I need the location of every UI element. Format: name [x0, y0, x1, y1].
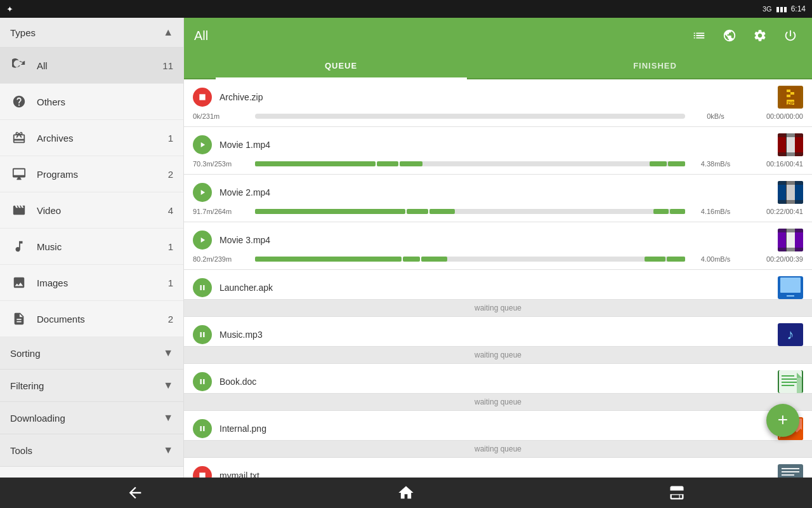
- svg-rect-11: [778, 133, 803, 137]
- video-icon: [12, 203, 26, 217]
- list-view-button[interactable]: [688, 24, 710, 47]
- sidebar-item-video[interactable]: Video 4: [0, 192, 183, 229]
- pause-icon: [198, 283, 207, 292]
- home-icon: [397, 484, 415, 502]
- tools-section[interactable]: Tools ▼: [0, 434, 183, 467]
- status-bar: ✦ 3G ▮▮▮ 6:14: [0, 0, 812, 18]
- svg-rect-26: [780, 277, 801, 293]
- monitor-icon: [12, 167, 26, 181]
- types-header[interactable]: Types ▲: [0, 18, 183, 48]
- sidebar-item-music[interactable]: Music 1: [0, 229, 183, 265]
- sidebar-item-programs[interactable]: Programs 2: [0, 156, 183, 192]
- download-item: Launcher.apk: [184, 270, 812, 300]
- stop-button-mymail[interactable]: [193, 466, 212, 478]
- page-title: All: [194, 29, 680, 43]
- sidebar-item-images[interactable]: Images 1: [0, 265, 183, 301]
- tab-finished[interactable]: FINISHED: [498, 53, 812, 78]
- tools-chevron-icon: ▼: [163, 444, 173, 456]
- downloading-chevron-icon: ▼: [163, 412, 173, 424]
- sidebar-item-all[interactable]: All 11: [0, 48, 183, 84]
- txt-thumb-icon: [779, 464, 802, 478]
- sidebar-item-documents[interactable]: Documents 2: [0, 301, 183, 337]
- downloading-section[interactable]: Downloading ▼: [0, 402, 183, 434]
- filename-archive: Archive.zip: [219, 92, 770, 102]
- waiting-queue-music: waiting queue: [184, 347, 812, 364]
- power-button[interactable]: [779, 24, 802, 47]
- time-movie1: 00:16/00:41: [746, 160, 803, 168]
- sidebar-documents-count: 2: [168, 314, 173, 324]
- music-icon: [12, 239, 26, 253]
- sidebar: Types ▲ All 11 Others: [0, 18, 184, 478]
- help-icon: [12, 95, 26, 109]
- play-button-movie1[interactable]: [193, 135, 212, 154]
- pause-icon: [198, 424, 207, 433]
- signal-icon: 3G: [763, 5, 772, 13]
- play-button-movie2[interactable]: [193, 183, 212, 202]
- play-icon: [198, 188, 207, 197]
- sidebar-video-count: 4: [168, 205, 173, 216]
- recents-button[interactable]: [655, 479, 698, 507]
- stop-button-archive[interactable]: [193, 88, 212, 107]
- speed-movie2: 4.16mB/s: [690, 208, 741, 215]
- types-label: Types: [10, 27, 36, 38]
- home-button[interactable]: [384, 479, 428, 507]
- video-thumb3-icon: [778, 229, 803, 251]
- filename-launcher: Launcher.apk: [219, 283, 770, 293]
- pause-button-music[interactable]: [193, 325, 212, 344]
- svg-rect-43: [782, 471, 799, 472]
- play-button-movie3[interactable]: [193, 231, 212, 250]
- pause-button-internal[interactable]: [193, 419, 212, 438]
- svg-rect-12: [778, 152, 803, 156]
- download-item: Internal.png: [184, 411, 812, 441]
- video-thumb-icon: [778, 133, 803, 156]
- pause-button-launcher[interactable]: [193, 278, 212, 297]
- doc-thumb-icon: [779, 370, 802, 393]
- sidebar-others-label: Others: [37, 97, 164, 107]
- sidebar-item-others[interactable]: Others: [0, 84, 183, 120]
- globe-button[interactable]: [718, 24, 741, 47]
- svg-rect-33: [782, 385, 794, 386]
- download-list: Archive.zip ZIP 0k/231m: [184, 79, 812, 478]
- filtering-label: Filtering: [10, 380, 44, 391]
- play-icon: [198, 236, 207, 244]
- notification-icon: ✦: [6, 4, 13, 14]
- filtering-section[interactable]: Filtering ▼: [0, 370, 183, 402]
- settings-button[interactable]: [749, 24, 771, 47]
- sidebar-archives-count: 1: [168, 133, 173, 144]
- image-icon: [12, 276, 26, 290]
- time-movie3: 00:20/00:39: [746, 255, 803, 263]
- tools-label: Tools: [10, 445, 32, 456]
- filename-book: Book.doc: [219, 377, 770, 387]
- download-item: Book.doc: [184, 364, 812, 394]
- list-icon: [692, 29, 706, 43]
- sidebar-item-archives[interactable]: Archives 1: [0, 120, 183, 156]
- sidebar-all-label: All: [37, 60, 154, 71]
- tab-queue[interactable]: QUEUE: [184, 53, 498, 78]
- progress-bar-archive: [255, 114, 685, 119]
- fab-add-button[interactable]: +: [766, 404, 799, 437]
- back-button[interactable]: [114, 479, 157, 507]
- video-thumb2-icon: [778, 181, 803, 204]
- svg-text:ZIP: ZIP: [787, 101, 794, 105]
- download-item: Movie 3.mp4 80.2m/239m: [184, 222, 812, 270]
- sorting-section[interactable]: Sorting ▼: [0, 337, 183, 370]
- play-icon: [198, 140, 207, 149]
- pause-button-book[interactable]: [193, 372, 212, 391]
- types-chevron-icon: ▲: [163, 27, 173, 38]
- svg-rect-32: [782, 382, 799, 383]
- download-item: Movie 1.mp4 70.3m/253m: [184, 127, 812, 175]
- downloading-label: Downloading: [10, 413, 65, 424]
- gear-icon: [753, 29, 767, 43]
- battery-icon: ▮▮▮: [776, 5, 787, 13]
- download-item: Music.mp3 ♪: [184, 317, 812, 347]
- filename-internal: Internal.png: [219, 424, 770, 434]
- svg-rect-23: [778, 229, 803, 232]
- size-archive: 0k/231m: [193, 112, 250, 120]
- waiting-queue-internal: waiting queue: [184, 441, 812, 458]
- svg-rect-30: [782, 375, 794, 377]
- speed-movie1: 4.38mB/s: [690, 160, 741, 168]
- filename-music: Music.mp3: [219, 330, 770, 340]
- content-area: All: [184, 18, 812, 478]
- filename-mymail: mymail.txt: [219, 471, 770, 478]
- download-item: Archive.zip ZIP 0k/231m: [184, 79, 812, 127]
